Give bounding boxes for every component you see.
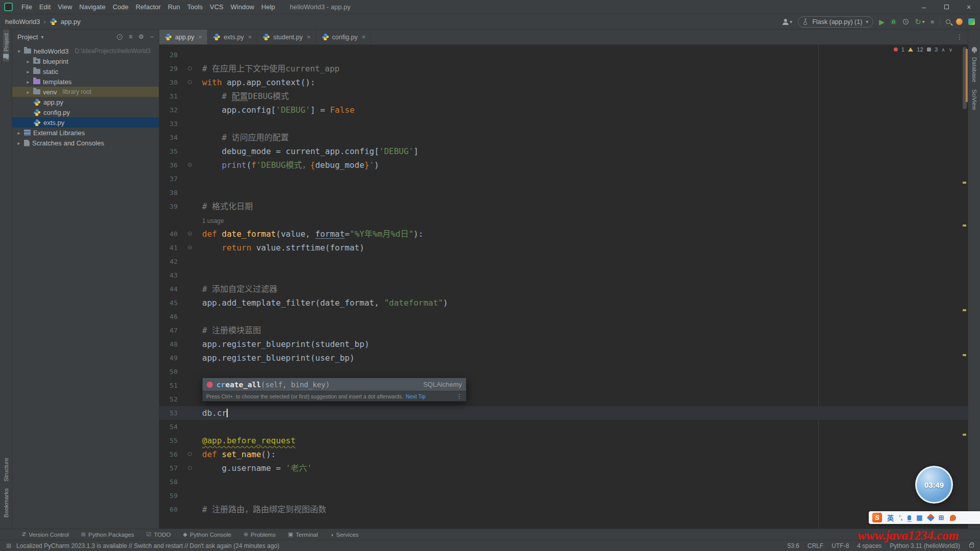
tree-item-venv[interactable]: ▸venvlibrary root xyxy=(12,87,159,97)
stop-button[interactable]: ■ xyxy=(930,18,934,26)
user-icon[interactable]: ▾ xyxy=(782,19,792,25)
code-line[interactable]: 55@app.before_request xyxy=(159,434,968,447)
menu-code[interactable]: Code xyxy=(109,0,132,14)
tab-exts-py[interactable]: exts.py× xyxy=(208,30,257,44)
ime-keyboard-icon[interactable]: ▦ xyxy=(916,514,922,521)
scrollbar-mark[interactable] xyxy=(963,224,966,227)
tree-item-external-libraries[interactable]: ▸External Libraries xyxy=(12,128,159,138)
status-segment[interactable]: CRLF xyxy=(807,542,823,549)
status-segment[interactable]: 53:6 xyxy=(788,542,799,549)
menu-vcs[interactable]: VCS xyxy=(206,0,227,14)
code-line[interactable]: 28 xyxy=(159,48,968,62)
tab-config-py[interactable]: config.py× xyxy=(316,30,372,44)
tree-item-scratches-and-consoles[interactable]: ▸Scratches and Consoles xyxy=(12,138,159,148)
menu-window[interactable]: Window xyxy=(227,0,258,14)
scrollbar-thumb[interactable] xyxy=(963,47,967,109)
tree-item-exts-py[interactable]: exts.py xyxy=(12,117,159,128)
close-button[interactable]: × xyxy=(958,0,980,14)
menu-run[interactable]: Run xyxy=(164,0,184,14)
status-segment[interactable]: Python 3.11 (helloWorld3) xyxy=(890,542,960,549)
readonly-lock-icon[interactable] xyxy=(969,544,974,547)
tree-item-helloworld3[interactable]: ▾helloWorld3D:\IdeaProjects\helloWorld3 xyxy=(12,46,159,56)
tool-stripe-project[interactable]: Project xyxy=(3,30,9,62)
editor[interactable]: 2829# 在应用上下文中使用current_app30with app.app… xyxy=(159,45,968,529)
status-segment[interactable]: UTF-8 xyxy=(831,542,849,549)
code-line[interactable]: 42 xyxy=(159,255,968,268)
recording-timer-badge[interactable]: 03:49 xyxy=(915,466,953,504)
menu-navigate[interactable]: Navigate xyxy=(76,0,109,14)
code-line[interactable]: 33 xyxy=(159,117,968,131)
code-line[interactable]: 39# 格式化日期 xyxy=(159,199,968,213)
close-icon[interactable]: × xyxy=(248,33,252,41)
tree-item-app-py[interactable]: app.py xyxy=(12,97,159,107)
completion-item-create-all[interactable]: create_all(self, bind_key) SQLAlchemy xyxy=(203,378,466,391)
prev-problem-icon[interactable]: ∧ xyxy=(941,47,945,53)
toolwindow-todo[interactable]: ☑TODO xyxy=(146,531,171,538)
tab-app-py[interactable]: app.py× xyxy=(159,30,208,44)
fold-icon[interactable] xyxy=(188,245,192,249)
code-line[interactable]: 49app.register_blueprint(user_bp) xyxy=(159,351,968,365)
code-line[interactable]: 31 # 配置DEBUG模式 xyxy=(159,89,968,103)
run-with-coverage-button[interactable]: ↻▾ xyxy=(915,17,925,27)
menu-refactor[interactable]: Refactor xyxy=(132,0,164,14)
usages-inlay[interactable]: 1 usage xyxy=(202,217,224,224)
code-line[interactable]: 44# 添加自定义过滤器 xyxy=(159,282,968,296)
tree-item-config-py[interactable]: config.py xyxy=(12,107,159,117)
plugin-icon[interactable] xyxy=(968,18,975,25)
update-indicator-icon[interactable] xyxy=(956,18,963,25)
ime-skin-icon[interactable] xyxy=(926,514,935,522)
toolwindow-switcher-icon[interactable]: ⊞ xyxy=(6,542,11,549)
toolwindow-python-console[interactable]: ◆Python Console xyxy=(183,531,231,538)
next-problem-icon[interactable]: ∨ xyxy=(949,47,952,53)
code-line[interactable]: 37 xyxy=(159,172,968,186)
notifications-bell-icon[interactable] xyxy=(972,47,977,52)
locate-file-icon[interactable] xyxy=(117,34,122,40)
minimize-button[interactable]: – xyxy=(913,0,935,14)
debug-button[interactable] xyxy=(890,18,897,25)
code-line[interactable]: 60# 注册路由，路由绑定到视图函数 xyxy=(159,503,968,516)
code-line[interactable]: 36 print(f'DEBUG模式，{debug_mode}') xyxy=(159,158,968,172)
close-icon[interactable]: × xyxy=(307,33,311,41)
collapse-all-icon[interactable]: ≡ xyxy=(129,33,132,40)
fold-icon[interactable] xyxy=(188,80,192,84)
toolwindow-services[interactable]: ◑Services xyxy=(330,532,359,538)
search-everywhere-icon[interactable] xyxy=(946,19,950,24)
close-icon[interactable]: × xyxy=(199,33,203,41)
code-line[interactable]: 34 # 访问应用的配置 xyxy=(159,131,968,144)
tool-stripe-bookmarks[interactable]: Bookmarks xyxy=(3,485,9,521)
code-line[interactable]: 40def date_format(value, format="%Y年%m月%… xyxy=(159,227,968,241)
toolwindow-version-control[interactable]: ⇵Version Control xyxy=(21,531,69,538)
code-line[interactable]: 38 xyxy=(159,186,968,199)
tab-student-py[interactable]: student.py× xyxy=(257,30,316,44)
menu-help[interactable]: Help xyxy=(258,0,279,14)
status-segment[interactable]: 4 spaces xyxy=(857,542,881,549)
code-line[interactable]: 50 xyxy=(159,365,968,379)
code-line[interactable]: 45app.add_template_filter(date_format, "… xyxy=(159,296,968,310)
code-line[interactable]: 54 xyxy=(159,420,968,434)
code-line[interactable]: 29# 在应用上下文中使用current_app xyxy=(159,62,968,76)
ime-logo[interactable]: S xyxy=(872,513,882,522)
code-line[interactable]: 59 xyxy=(159,489,968,503)
code-line[interactable]: 57 g.username = '老六' xyxy=(159,461,968,475)
breadcrumb-project[interactable]: helloWorld3 xyxy=(5,18,40,26)
tree-item-templates[interactable]: ▸templates xyxy=(12,77,159,87)
ime-punctuation-icon[interactable]: ’, xyxy=(899,514,902,521)
fold-icon[interactable] xyxy=(188,466,192,470)
menu-edit[interactable]: Edit xyxy=(36,0,54,14)
code-line[interactable]: 58 xyxy=(159,475,968,489)
project-panel-title[interactable]: Project xyxy=(17,33,38,41)
tool-stripe-database[interactable]: Database xyxy=(971,54,977,86)
run-config-select[interactable]: Flask (app.py) (1) ▾ xyxy=(798,16,873,28)
code-line[interactable]: 56def set_name(): xyxy=(159,447,968,461)
profiler-button[interactable] xyxy=(902,18,909,25)
menu-file[interactable]: File xyxy=(18,0,36,14)
tool-stripe-structure[interactable]: Structure xyxy=(3,454,9,485)
code-line[interactable]: 32 app.config['DEBUG'] = False xyxy=(159,103,968,117)
scrollbar-mark[interactable] xyxy=(963,434,966,436)
scrollbar-mark[interactable] xyxy=(963,309,966,311)
code-line[interactable]: 30with app.app_context(): xyxy=(159,76,968,89)
code-line[interactable]: 43 xyxy=(159,268,968,282)
tab-options-kebab-icon[interactable]: ⋮ xyxy=(951,30,968,44)
chevron-down-icon[interactable]: ▾ xyxy=(41,34,43,40)
tree-item-static[interactable]: ▸static xyxy=(12,66,159,77)
